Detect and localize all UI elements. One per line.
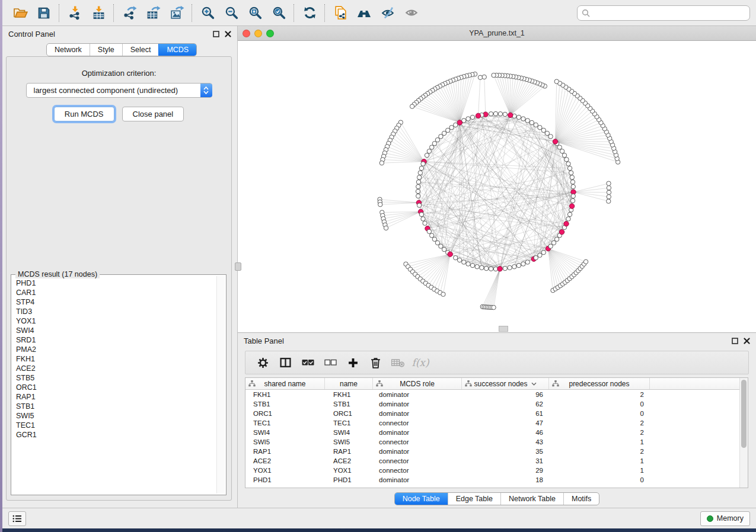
table-panel-title: Table Panel [244, 336, 284, 345]
zoom-fit-button[interactable] [243, 3, 267, 23]
table-row[interactable]: ACE2ACE2connector311 [245, 456, 748, 466]
export-table-button[interactable] [141, 3, 165, 23]
table-scrollbar-thumb[interactable] [741, 380, 747, 448]
network-search-box[interactable] [577, 5, 750, 21]
table-cell: 0 [549, 475, 650, 485]
column-label: predecessor nodes [569, 380, 629, 388]
table-row[interactable]: FKH1FKH1dominator962 [245, 390, 748, 399]
import-table-button[interactable] [87, 3, 110, 23]
mcds-result-item[interactable]: SWI5 [12, 411, 217, 421]
table-cell: YOX1 [245, 466, 325, 475]
mcds-result-item[interactable]: GCR1 [12, 430, 217, 440]
column-header-MCDS-role[interactable]: MCDS role [373, 378, 462, 389]
task-list-icon [12, 515, 22, 523]
table-row[interactable]: ORC1ORC1dominator610 [245, 409, 748, 418]
zoom-selected-icon [272, 5, 286, 20]
show-all-button[interactable] [400, 3, 423, 23]
mcds-result-item[interactable]: FKH1 [12, 354, 217, 364]
optimization-criterion-select[interactable]: largest connected component (undirected) [26, 83, 212, 98]
zoom-selected-button[interactable] [267, 3, 291, 23]
table-settings-button[interactable] [251, 354, 274, 371]
run-mcds-button[interactable]: Run MCDS [54, 107, 114, 121]
network-graph[interactable] [238, 41, 753, 333]
tab-style[interactable]: Style [90, 44, 122, 56]
float-panel-button[interactable] [213, 31, 219, 37]
mcds-result-item[interactable]: TID3 [12, 307, 217, 316]
mcds-result-item[interactable]: SRD1 [12, 335, 217, 345]
table-cell: SWI5 [245, 437, 325, 447]
close-panel-button-mcds[interactable]: Close panel [122, 107, 184, 121]
select-all-button[interactable] [296, 354, 319, 371]
import-network-button[interactable] [63, 3, 87, 23]
mcds-result-item[interactable]: SWI4 [12, 326, 217, 335]
tab-select[interactable]: Select [122, 44, 159, 56]
hide-selected-button[interactable] [376, 3, 400, 23]
float-table-panel-button[interactable] [732, 338, 738, 344]
mcds-result-item[interactable]: RAP1 [12, 392, 217, 402]
zoom-out-button[interactable] [219, 3, 243, 23]
table-cell: dominator [373, 399, 462, 409]
mcds-result-item[interactable]: STP4 [12, 297, 217, 307]
column-header-predecessor-nodes[interactable]: predecessor nodes [549, 378, 650, 389]
network-title-bar[interactable]: YPA_prune.txt_1 [238, 26, 756, 41]
table-cell: 29 [462, 466, 549, 475]
trash-icon [371, 357, 381, 368]
shared-column-icon [465, 380, 472, 389]
show-columns-button[interactable] [274, 354, 296, 371]
table-cell: SWI4 [245, 428, 325, 437]
mcds-result-item[interactable]: STB1 [12, 402, 217, 411]
column-label: successor nodes [474, 380, 527, 388]
network-canvas[interactable] [238, 41, 756, 332]
tab-motifs[interactable]: Motifs [563, 493, 599, 505]
delete-table-button[interactable] [387, 354, 409, 371]
search-input[interactable] [594, 8, 745, 18]
add-column-button[interactable] [342, 354, 364, 371]
close-table-panel-button[interactable] [744, 338, 750, 344]
memory-button[interactable]: Memory [700, 511, 750, 526]
zoom-in-button[interactable] [196, 3, 219, 23]
memory-label: Memory [717, 514, 744, 523]
new-network-from-selection-button[interactable] [328, 3, 352, 23]
mcds-result-item[interactable]: TEC1 [12, 421, 217, 430]
table-cell: TEC1 [325, 418, 373, 428]
export-image-icon [170, 5, 184, 20]
table-row[interactable]: STB1STB1dominator620 [245, 399, 748, 409]
open-file-button[interactable] [8, 3, 32, 23]
column-header-name[interactable]: name [325, 378, 373, 389]
mcds-result-item[interactable]: YOX1 [12, 316, 217, 326]
task-history-button[interactable] [8, 511, 26, 526]
mcds-result-item[interactable]: PMA2 [12, 345, 217, 354]
mcds-result-item[interactable]: ACE2 [12, 364, 217, 373]
mcds-result-item[interactable]: CAR1 [12, 288, 217, 297]
tab-edge-table[interactable]: Edge Table [448, 493, 500, 505]
table-row[interactable]: PHD1PHD1dominator180 [245, 475, 748, 485]
mcds-result-item[interactable]: STB5 [12, 373, 217, 383]
mcds-result-item[interactable]: ORC1 [12, 383, 217, 392]
horizontal-splitter-grip[interactable] [499, 326, 508, 332]
refresh-layout-button[interactable] [298, 3, 321, 23]
tab-mcds[interactable]: MCDS [158, 44, 196, 56]
export-image-button[interactable] [165, 3, 189, 23]
export-network-button[interactable] [117, 3, 141, 23]
table-cell: 2 [549, 418, 650, 428]
save-session-button[interactable] [32, 3, 56, 23]
mcds-result-item[interactable]: PHD1 [12, 278, 217, 288]
column-header-successor-nodes[interactable]: successor nodes [462, 378, 549, 389]
table-row[interactable]: RAP1RAP1dominator352 [245, 447, 748, 456]
deselect-all-button[interactable] [319, 354, 342, 371]
table-row[interactable]: SWI4SWI4dominator462 [245, 428, 748, 437]
mcds-list-scrollbar[interactable] [216, 276, 225, 493]
tab-node-table[interactable]: Node Table [395, 493, 448, 505]
tab-network[interactable]: Network [47, 44, 90, 56]
table-scrollbar[interactable] [739, 378, 748, 488]
function-builder-button[interactable]: f(x) [409, 354, 432, 371]
delete-column-button[interactable] [364, 354, 387, 371]
column-header-shared-name[interactable]: shared name [245, 378, 325, 389]
vertical-splitter-grip[interactable] [235, 262, 241, 271]
table-row[interactable]: SWI5SWI5connector431 [245, 437, 748, 447]
search-network-button[interactable] [352, 3, 376, 23]
table-row[interactable]: TEC1TEC1connector472 [245, 418, 748, 428]
tab-network-table[interactable]: Network Table [500, 493, 563, 505]
table-row[interactable]: YOX1YOX1connector291 [245, 466, 748, 475]
close-panel-button[interactable] [225, 31, 231, 37]
